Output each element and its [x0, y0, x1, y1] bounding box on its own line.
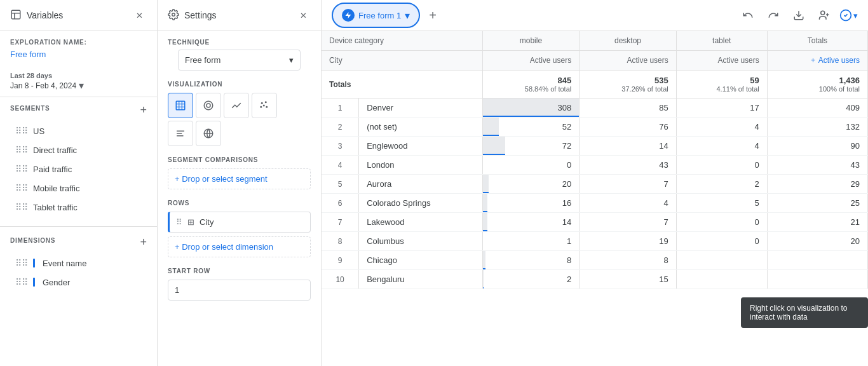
segment-label: Mobile traffic — [33, 184, 79, 193]
segment-label: Tablet traffic — [33, 203, 78, 212]
add-segment-button[interactable]: + — [140, 104, 147, 117]
row-mobile: 8 — [482, 251, 580, 270]
share-button[interactable] — [814, 5, 834, 25]
variables-panel-title: Variables — [27, 10, 63, 20]
row-num: 2 — [322, 118, 359, 137]
technique-select[interactable]: Free form ▾ — [178, 50, 301, 71]
segments-list: ⠿⠿US⠿⠿Direct traffic⠿⠿Paid traffic⠿⠿Mobi… — [10, 122, 147, 216]
tab-free-form-1[interactable]: Free form 1 ▾ — [332, 3, 420, 28]
drop-dimension-button[interactable]: + Drop or select dimension — [168, 236, 311, 257]
viz-table-button[interactable] — [168, 93, 193, 118]
exploration-name-value: Free form — [10, 50, 147, 59]
row-tablet: 4 — [676, 118, 767, 137]
dimension-item[interactable]: ⠿⠿Gender — [10, 273, 147, 291]
svg-rect-0 — [11, 10, 20, 19]
check-button[interactable]: ▾ — [839, 9, 858, 22]
table-row: 2 (not set) 52 76 4 132 — [322, 118, 868, 137]
start-row-input[interactable] — [168, 280, 311, 301]
technique-value: Free form — [185, 55, 220, 65]
row-desktop: 7 — [580, 175, 677, 194]
totals-header: Totals — [767, 31, 867, 51]
row-mobile: 16 — [482, 194, 580, 213]
row-desktop: 8 — [580, 251, 677, 270]
settings-panel: Settings ✕ TECHNIQUE Free form ▾ VISUALI… — [158, 0, 322, 366]
drag-icon: ⠿⠿ — [15, 145, 28, 155]
settings-panel-title: Settings — [184, 10, 217, 20]
variables-title: Variables — [10, 9, 63, 22]
viz-bar-h-button[interactable] — [168, 121, 193, 146]
dimensions-section: DIMENSIONS + ⠿⠿Event name⠿⠿Gender — [0, 229, 157, 299]
svg-point-4 — [207, 104, 210, 107]
table-body: Totals 845 58.84% of total 535 37.26% of… — [322, 71, 868, 289]
segment-comparisons-section: SEGMENT COMPARISONS + Drop or select seg… — [158, 156, 321, 189]
data-table: Device category mobile desktop tablet To… — [322, 31, 868, 289]
viz-line-button[interactable] — [224, 93, 249, 118]
row-city: Lakewood — [359, 213, 482, 232]
row-num: 1 — [322, 98, 359, 118]
drop-segment-button[interactable]: + Drop or select segment — [168, 168, 311, 189]
toolbar-actions: ▾ — [738, 5, 858, 25]
table-row: 6 Colorado Springs 16 4 5 25 — [322, 194, 868, 213]
viz-geo-button[interactable] — [196, 121, 221, 146]
row-desktop: 14 — [580, 137, 677, 156]
city-row-item[interactable]: ⠿ ⊞ City — [168, 212, 311, 233]
variables-close-button[interactable]: ✕ — [132, 8, 147, 23]
segment-item[interactable]: ⠿⠿Mobile traffic — [10, 179, 147, 197]
totals-total-cell: 1,436 100% of total — [767, 71, 867, 98]
totals-active-users-header: + Active users — [767, 51, 867, 71]
row-city: London — [359, 156, 482, 175]
row-mobile: 72 — [482, 137, 580, 156]
row-tablet: 2 — [676, 175, 767, 194]
drag-icon: ⠿⠿ — [15, 258, 28, 268]
rows-area: ⠿ ⊞ City + Drop or select dimension — [168, 212, 311, 257]
start-row-area — [168, 280, 311, 301]
svg-point-6 — [265, 101, 267, 103]
table-row: 7 Lakewood 14 7 0 21 — [322, 213, 868, 232]
add-dimension-button[interactable]: + — [140, 236, 147, 249]
drop-segment-label: + Drop or select segment — [175, 174, 268, 184]
segment-label: US — [33, 126, 44, 136]
main-content: Free form 1 ▾ + ▾ — [322, 0, 868, 366]
row-desktop: 43 — [580, 156, 677, 175]
check-chevron-icon: ▾ — [853, 11, 858, 20]
segment-item[interactable]: ⠿⠿US — [10, 122, 147, 140]
segment-item[interactable]: ⠿⠿Paid traffic — [10, 160, 147, 178]
row-tablet: 4 — [676, 137, 767, 156]
row-num: 9 — [322, 251, 359, 270]
viz-donut-button[interactable] — [196, 93, 221, 118]
variables-panel-header: Variables ✕ — [0, 0, 157, 31]
date-range-selector[interactable]: Jan 8 - Feb 4, 2024 ▾ — [10, 79, 147, 92]
mobile-header: mobile — [482, 31, 580, 51]
device-category-header: Device category — [322, 31, 482, 51]
dimensions-header: DIMENSIONS + — [10, 236, 147, 249]
dimension-item[interactable]: ⠿⠿Event name — [10, 254, 147, 272]
tab-icon — [342, 9, 355, 22]
undo-button[interactable] — [738, 5, 758, 25]
divider — [0, 226, 157, 227]
row-tablet — [676, 251, 767, 270]
desktop-header: desktop — [580, 31, 677, 51]
drop-dimension-label: + Drop or select dimension — [175, 242, 273, 252]
viz-scatter-button[interactable] — [252, 93, 277, 118]
variables-icon — [10, 9, 22, 22]
row-tablet: 0 — [676, 232, 767, 251]
rows-section: ROWS ⠿ ⊞ City + Drop or select dimension — [158, 200, 321, 257]
download-button[interactable] — [789, 5, 809, 25]
settings-close-button[interactable]: ✕ — [295, 8, 311, 23]
segments-section: SEGMENTS + ⠿⠿US⠿⠿Direct traffic⠿⠿Paid tr… — [0, 97, 157, 224]
row-mobile: 2 — [482, 270, 580, 289]
top-bar: Free form 1 ▾ + ▾ — [322, 0, 868, 31]
visualization-options-row2 — [168, 121, 311, 146]
segment-item[interactable]: ⠿⠿Direct traffic — [10, 141, 147, 159]
chevron-down-icon: ▾ — [79, 79, 84, 92]
add-tab-button[interactable]: + — [423, 5, 443, 25]
segment-item[interactable]: ⠿⠿Tablet traffic — [10, 198, 147, 216]
row-total — [767, 251, 867, 270]
dimensions-label: DIMENSIONS — [10, 237, 55, 244]
table-row: 10 Bengaluru 2 15 — [322, 270, 868, 289]
redo-button[interactable] — [763, 5, 783, 25]
row-city: Aurora — [359, 175, 482, 194]
row-total: 90 — [767, 137, 867, 156]
totals-row: Totals 845 58.84% of total 535 37.26% of… — [322, 71, 868, 98]
settings-icon — [168, 9, 179, 22]
